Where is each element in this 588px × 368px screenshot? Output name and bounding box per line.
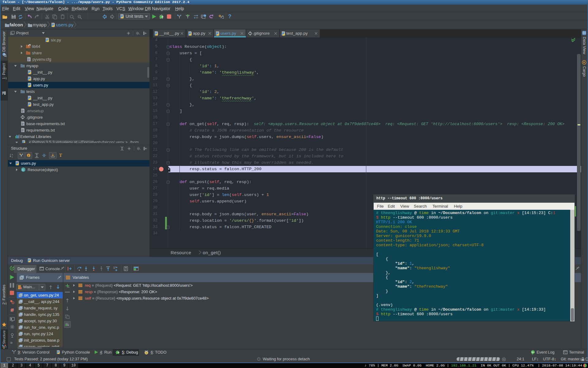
svg-text:s: s <box>21 276 23 278</box>
svg-text:A: A <box>78 15 80 18</box>
svg-text:a: a <box>12 153 13 155</box>
svg-text:R: R <box>583 61 585 64</box>
svg-text:z: z <box>12 156 13 158</box>
svg-text:c: c <box>22 168 24 171</box>
svg-text:P: P <box>11 32 12 35</box>
svg-text:9+: 9+ <box>532 351 535 354</box>
